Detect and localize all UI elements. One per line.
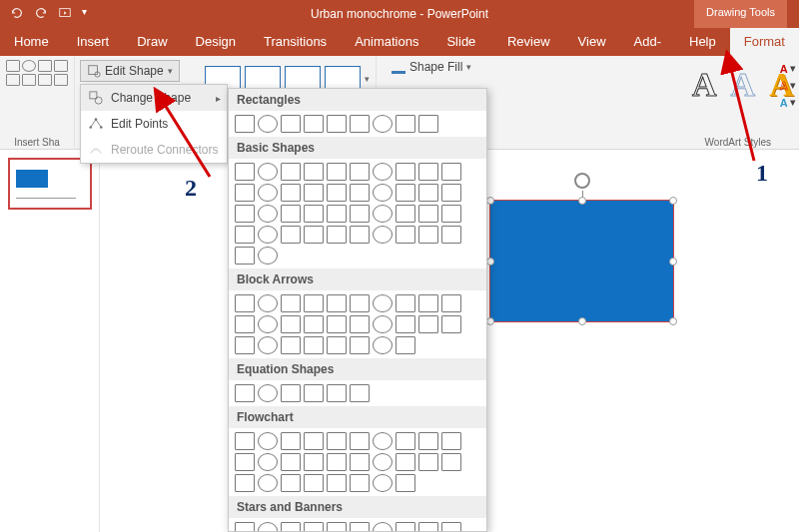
shape-option[interactable] <box>281 163 301 181</box>
shape-option[interactable] <box>350 184 370 202</box>
shape-option[interactable] <box>396 163 415 181</box>
shape-option[interactable] <box>258 205 278 223</box>
slideshow-icon[interactable] <box>58 6 72 23</box>
shape-option[interactable] <box>441 294 461 312</box>
tab-design[interactable]: Design <box>182 28 250 56</box>
shape-option[interactable] <box>350 163 370 181</box>
shape-option[interactable] <box>350 474 370 492</box>
shape-option[interactable] <box>373 315 393 333</box>
shape-option[interactable] <box>304 453 324 471</box>
shape-option[interactable] <box>350 294 370 312</box>
tab-help[interactable]: Help <box>675 28 730 56</box>
tab-slideshow[interactable]: Slide Show <box>432 28 493 56</box>
shape-option[interactable] <box>373 294 393 312</box>
shape-option[interactable] <box>373 474 393 492</box>
shape-option[interactable] <box>350 336 370 354</box>
shape-option[interactable] <box>235 184 255 202</box>
shape-option[interactable] <box>281 453 301 471</box>
shape-option[interactable] <box>281 294 301 312</box>
shape-option[interactable] <box>304 205 324 223</box>
resize-handle[interactable] <box>669 258 677 266</box>
shape-option[interactable] <box>304 163 324 181</box>
shape-option[interactable] <box>441 522 461 532</box>
shape-option[interactable] <box>441 453 461 471</box>
shape-option[interactable] <box>396 474 415 492</box>
shape-option[interactable] <box>418 294 438 312</box>
resize-handle[interactable] <box>578 317 586 325</box>
shape-option[interactable] <box>373 226 393 244</box>
shape-option[interactable] <box>327 163 347 181</box>
shape-option[interactable] <box>373 115 393 133</box>
shape-option[interactable] <box>373 522 393 532</box>
tab-insert[interactable]: Insert <box>63 28 124 56</box>
shape-option[interactable] <box>396 115 415 133</box>
slide-thumbnail[interactable] <box>8 158 92 210</box>
shape-option[interactable] <box>235 163 255 181</box>
resize-handle[interactable] <box>486 317 494 325</box>
shape-gallery-mini[interactable] <box>6 60 68 86</box>
shape-option[interactable] <box>441 432 461 450</box>
shape-option[interactable] <box>396 294 415 312</box>
shape-option[interactable] <box>281 115 301 133</box>
shape-option[interactable] <box>396 315 415 333</box>
shape-option[interactable] <box>373 205 393 223</box>
resize-handle[interactable] <box>486 197 494 205</box>
shape-option[interactable] <box>304 432 324 450</box>
shape-option[interactable] <box>258 294 278 312</box>
shape-option[interactable] <box>235 474 255 492</box>
shape-option[interactable] <box>350 432 370 450</box>
shape-option[interactable] <box>327 522 347 532</box>
shape-option[interactable] <box>258 163 278 181</box>
shape-option[interactable] <box>258 474 278 492</box>
shape-option[interactable] <box>235 384 255 402</box>
shape-option[interactable] <box>327 384 347 402</box>
shape-option[interactable] <box>235 115 255 133</box>
shape-option[interactable] <box>373 163 393 181</box>
shape-option[interactable] <box>281 184 301 202</box>
tab-format[interactable]: Format <box>730 28 799 56</box>
shape-option[interactable] <box>258 453 278 471</box>
shape-option[interactable] <box>373 184 393 202</box>
shape-option[interactable] <box>304 315 324 333</box>
resize-handle[interactable] <box>669 317 677 325</box>
shape-option[interactable] <box>350 315 370 333</box>
shape-option[interactable] <box>418 205 438 223</box>
shape-option[interactable] <box>350 453 370 471</box>
shape-option[interactable] <box>441 205 461 223</box>
shape-option[interactable] <box>258 247 278 265</box>
shape-option[interactable] <box>258 384 278 402</box>
shape-option[interactable] <box>281 336 301 354</box>
shape-option[interactable] <box>235 315 255 333</box>
shape-option[interactable] <box>396 336 415 354</box>
shape-option[interactable] <box>327 432 347 450</box>
text-outline-button[interactable]: A▾ <box>780 79 796 92</box>
shape-option[interactable] <box>258 336 278 354</box>
shape-option[interactable] <box>418 115 438 133</box>
shape-option[interactable] <box>281 432 301 450</box>
shape-option[interactable] <box>327 294 347 312</box>
shape-fill-button[interactable]: Shape Fill ▾ <box>392 60 471 74</box>
tab-addins[interactable]: Add-ins <box>620 28 675 56</box>
shape-option[interactable] <box>258 226 278 244</box>
selected-rectangle-shape[interactable] <box>489 200 674 322</box>
tab-review[interactable]: Review <box>493 28 564 56</box>
shape-option[interactable] <box>418 184 438 202</box>
tab-draw[interactable]: Draw <box>123 28 181 56</box>
shape-option[interactable] <box>350 226 370 244</box>
shape-option[interactable] <box>396 522 415 532</box>
rotate-handle[interactable] <box>574 173 590 189</box>
shape-option[interactable] <box>327 226 347 244</box>
shape-option[interactable] <box>441 315 461 333</box>
shape-option[interactable] <box>235 247 255 265</box>
shape-option[interactable] <box>281 315 301 333</box>
shape-option[interactable] <box>258 115 278 133</box>
shape-option[interactable] <box>327 315 347 333</box>
shape-option[interactable] <box>350 205 370 223</box>
shape-option[interactable] <box>350 522 370 532</box>
shape-option[interactable] <box>235 453 255 471</box>
shape-option[interactable] <box>418 453 438 471</box>
shape-option[interactable] <box>304 522 324 532</box>
shape-option[interactable] <box>281 522 301 532</box>
shape-option[interactable] <box>281 474 301 492</box>
resize-handle[interactable] <box>486 258 494 266</box>
